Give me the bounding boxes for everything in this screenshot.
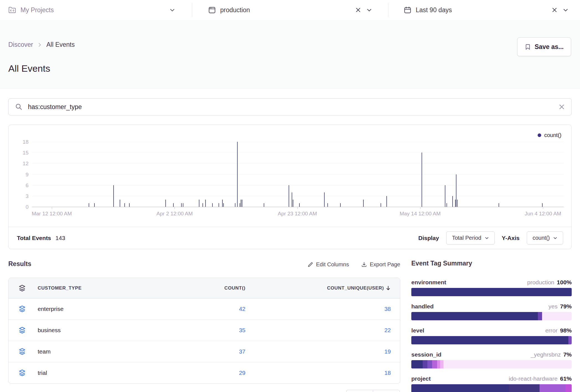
x-axis-tick-label: Apr 2 12:00 AM	[136, 211, 213, 217]
chart-bar	[445, 185, 445, 207]
chart-bar	[124, 203, 125, 207]
chart-bar	[205, 200, 206, 207]
project-filter-chevron[interactable]	[170, 0, 175, 20]
bookmark-icon	[525, 44, 531, 50]
results-table: CUSTOMER_TYPE COUNT() COUNT_UNIQUE(USER)…	[8, 278, 400, 384]
display-label: Display	[418, 235, 439, 241]
export-page-button[interactable]: Export Page	[361, 261, 400, 268]
save-as-button[interactable]: Save as...	[517, 37, 571, 56]
gridline	[32, 153, 564, 153]
display-select[interactable]: Total Period	[446, 231, 495, 244]
search-bar	[8, 98, 572, 115]
cell-count-unique-user-link[interactable]: 38	[245, 306, 400, 312]
next-page-button[interactable]	[373, 390, 400, 392]
column-header-count-unique-user[interactable]: COUNT_UNIQUE(USER)	[245, 285, 400, 291]
y-axis-tick-label: 9	[12, 172, 29, 178]
chart-bar	[240, 203, 240, 207]
stack-icon	[9, 348, 38, 355]
chart-bar	[199, 200, 199, 207]
tag-bar-segment	[542, 312, 572, 320]
environment-filter[interactable]: production	[208, 0, 250, 20]
environment-filter-chevron[interactable]	[366, 0, 372, 20]
breadcrumb-current: All Events	[46, 41, 75, 48]
tag-bar-segment	[411, 384, 509, 392]
search-icon	[15, 103, 22, 110]
search-clear-icon[interactable]	[559, 104, 565, 110]
tag-distribution-bar[interactable]	[411, 312, 572, 320]
environment-clear-button[interactable]	[355, 0, 361, 20]
chart-bar	[237, 142, 238, 207]
tag-name: level	[411, 327, 424, 334]
display-select-value: Total Period	[452, 235, 481, 241]
column-header-customer-type[interactable]: CUSTOMER_TYPE	[38, 285, 162, 291]
x-axis-tick-label: Apr 23 12:00 AM	[259, 211, 336, 217]
column-header-count[interactable]: COUNT()	[162, 285, 245, 291]
search-input[interactable]	[27, 103, 554, 111]
chart-bar	[113, 185, 114, 207]
cell-count-unique-user-link[interactable]: 18	[245, 370, 400, 376]
chart-footer: Total Events 143 Display Total Period Y-…	[9, 227, 571, 249]
y-axis-select[interactable]: count()	[527, 231, 563, 244]
table-row: team3719	[9, 341, 400, 362]
chevron-down-icon	[170, 7, 175, 13]
chart-bar	[340, 203, 341, 207]
chart-bar	[293, 200, 293, 207]
tag-bar-segment	[437, 360, 440, 368]
chart-bar	[386, 196, 387, 207]
chart-bar	[455, 200, 456, 207]
project-filter[interactable]: My Projects	[8, 0, 54, 20]
tag-summary-row: projectido-react-hardware61%	[411, 375, 572, 392]
chart-bar	[299, 203, 300, 207]
tag-summary-row: levelerror98%	[411, 327, 572, 344]
cell-count-link[interactable]: 29	[162, 370, 245, 376]
chart-bar	[542, 203, 543, 207]
y-axis-tick-label: 3	[12, 193, 29, 199]
cell-count-link[interactable]: 42	[162, 306, 245, 312]
project-folder-code-icon	[8, 6, 16, 14]
tag-distribution-bar[interactable]	[411, 384, 572, 392]
cell-count-unique-user-link[interactable]: 19	[245, 348, 400, 355]
tag-distribution-bar[interactable]	[411, 288, 572, 296]
tag-bar-segment	[411, 312, 538, 320]
date-range-filter-chevron[interactable]	[563, 0, 568, 20]
total-events-value: 143	[55, 235, 65, 241]
cell-count-link[interactable]: 37	[162, 348, 245, 355]
stack-icon	[9, 285, 38, 292]
chart-bar	[292, 192, 292, 207]
chart-bar	[181, 203, 182, 207]
y-axis-tick-label: 18	[12, 139, 29, 145]
calendar-icon	[404, 6, 411, 14]
cell-count-link[interactable]: 35	[162, 327, 245, 334]
tag-name: environment	[411, 279, 446, 286]
edit-columns-button[interactable]: Edit Columns	[307, 261, 349, 268]
chart-bar	[381, 203, 381, 207]
y-axis-select-value: count()	[533, 235, 550, 241]
chart-bar	[120, 200, 120, 207]
events-chart-panel: count() 0369121518 Mar 12 12:00 AMApr 2 …	[8, 125, 572, 249]
tag-top-value: yes	[548, 303, 558, 310]
table-row: trial2918	[9, 362, 400, 383]
chart-bar	[457, 200, 458, 207]
chevron-down-icon	[485, 236, 489, 240]
x-axis-tick	[543, 207, 543, 209]
download-icon	[361, 262, 367, 267]
date-range-filter[interactable]: Last 90 days	[404, 0, 452, 20]
tag-name: project	[411, 375, 431, 382]
chevron-down-icon	[366, 7, 372, 13]
chart-bar	[235, 203, 235, 207]
previous-page-button[interactable]	[346, 390, 373, 392]
cell-count-unique-user-link[interactable]: 22	[245, 327, 400, 334]
gridline	[32, 185, 564, 185]
chart-bar	[264, 203, 264, 207]
breadcrumb-discover-link[interactable]: Discover	[8, 41, 33, 48]
date-range-clear-button[interactable]	[552, 0, 557, 20]
tag-bar-segment	[411, 336, 568, 344]
tag-bar-segment	[432, 360, 437, 368]
project-filter-label: My Projects	[20, 6, 54, 14]
tag-percent: 79%	[560, 303, 572, 310]
chart-legend[interactable]: count()	[538, 132, 561, 138]
chart-x-axis-line	[32, 207, 564, 207]
tag-distribution-bar[interactable]	[411, 360, 572, 368]
tag-distribution-bar[interactable]	[411, 336, 572, 344]
tag-percent: 98%	[560, 327, 572, 334]
